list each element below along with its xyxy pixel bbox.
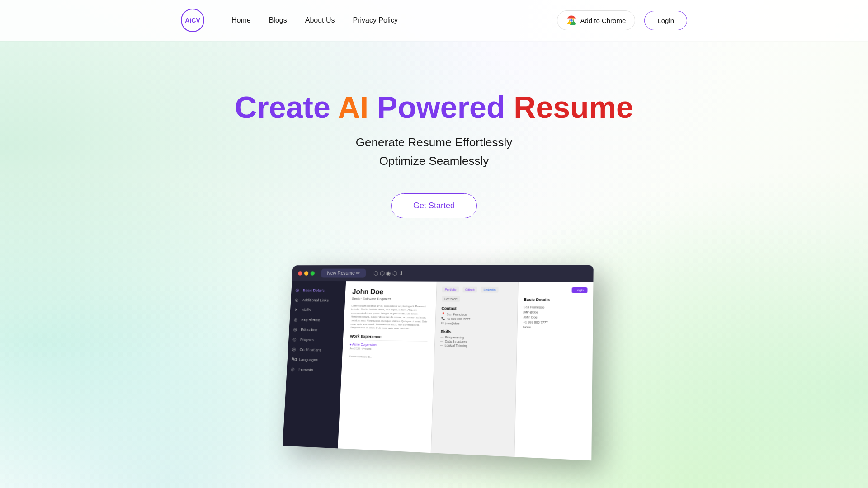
detail-other: None — [523, 325, 587, 329]
get-started-button[interactable]: Get Started — [391, 193, 477, 218]
app-sidebar: ◎ Basic Details ◎ Additional Links ✕ Ski… — [283, 281, 346, 449]
sidebar-item-languages[interactable]: Aα Languages — [287, 354, 342, 366]
certifications-icon: ◎ — [292, 347, 297, 352]
nav-item-privacy[interactable]: Privacy Policy — [353, 16, 398, 24]
sidebar-item-experience[interactable]: ◎ Experience — [289, 314, 344, 325]
hero-section: Create AI Powered Resume Generate Resume… — [0, 41, 868, 452]
contact-title: Contact — [441, 306, 512, 311]
right-panel-login-btn[interactable]: Login — [571, 287, 587, 293]
nav-link-home[interactable]: Home — [231, 16, 251, 24]
hero-subtitle-line2: Optimize Seamlessly — [356, 152, 512, 171]
logo-text: AiCV — [185, 17, 200, 24]
sidebar-item-education[interactable]: ◎ Education — [289, 324, 344, 335]
email-text: john@doe — [445, 322, 459, 325]
login-label: Login — [657, 17, 674, 24]
chrome-icon — [566, 15, 576, 25]
login-button[interactable]: Login — [644, 11, 687, 30]
skill-label-1: Programming — [445, 336, 464, 339]
add-to-chrome-button[interactable]: Add to Chrome — [557, 10, 635, 30]
leetcode-link: Leetcode — [442, 296, 460, 302]
sidebar-item-certifications[interactable]: ◎ Certifications — [288, 344, 343, 356]
sidebar-item-additional-links[interactable]: ◎ Additional Links — [291, 295, 345, 305]
portfolio-links: Portfolio Github LinkedIn Leetcode — [442, 286, 512, 302]
portfolio-link: Portfolio — [442, 286, 459, 292]
hero-title-resume: Resume — [514, 90, 633, 124]
languages-icon: Aα — [292, 357, 297, 362]
dot-yellow — [304, 271, 309, 275]
linkedin-link: LinkedIn — [481, 287, 499, 293]
hero-subtitle: Generate Resume Effortlessly Optimize Se… — [356, 133, 512, 171]
company-name: Acme Corporation — [352, 343, 377, 346]
experience-icon: ◎ — [294, 317, 299, 322]
nav-item-blogs[interactable]: Blogs — [269, 16, 287, 24]
dot-green — [310, 271, 315, 275]
github-link: Github — [462, 287, 477, 293]
nav-link-privacy[interactable]: Privacy Policy — [353, 16, 398, 24]
navbar: AiCV Home Blogs About Us Privacy Policy — [0, 0, 868, 41]
projects-icon: ◎ — [292, 337, 298, 342]
sidebar-item-skills[interactable]: ✕ Skills — [290, 305, 345, 315]
app-body: ◎ Basic Details ◎ Additional Links ✕ Ski… — [283, 281, 593, 460]
contact-section: Contact 📍 San Francisco 📞 +1 999 000 777… — [441, 306, 512, 326]
skill-bullet-2: — — [440, 339, 443, 343]
detail-city: San Francisco — [524, 305, 587, 309]
skill-1: — Programming — [440, 336, 511, 340]
edit-icon: ✏ — [356, 270, 360, 275]
sidebar-item-projects-label: Projects — [300, 337, 314, 342]
titlebar-dots — [298, 271, 315, 275]
sidebar-item-basic-details-label: Basic Details — [303, 288, 325, 292]
titlebar-tab-label: New Resume — [327, 270, 355, 275]
work-experience-title: Work Experience — [350, 334, 428, 342]
dot-red — [298, 271, 302, 275]
logo-circle: AiCV — [181, 9, 204, 32]
sidebar-item-projects[interactable]: ◎ Projects — [288, 334, 344, 345]
add-to-chrome-label: Add to Chrome — [580, 17, 626, 24]
contact-email: ✉ john@doe — [441, 321, 511, 326]
resume-body-text: Lorem ipsum dolor sit amet, consectetur … — [350, 304, 429, 331]
sidebar-item-skills-label: Skills — [302, 308, 311, 312]
app-titlebar: New Resume ✏ ⬡ ⬡ ◉ ⬡ ⬇ — [292, 265, 594, 282]
sidebar-item-interests-label: Interests — [298, 367, 313, 372]
nav-links: Home Blogs About Us Privacy Policy — [231, 16, 398, 24]
email-icon: ✉ — [441, 321, 443, 325]
logo[interactable]: AiCV — [181, 9, 204, 32]
nav-item-about[interactable]: About Us — [305, 16, 335, 24]
sidebar-item-basic-details[interactable]: ◎ Basic Details — [291, 285, 346, 295]
skills-title: Skills — [441, 329, 511, 335]
interests-icon: ◎ — [291, 367, 297, 372]
additional-links-icon: ◎ — [295, 297, 300, 302]
nav-link-about[interactable]: About Us — [305, 16, 335, 24]
resume-panel: John Doe Senior Software Engineer Lorem … — [338, 281, 437, 453]
navbar-left: AiCV Home Blogs About Us Privacy Policy — [181, 9, 398, 32]
skill-3: — Logical Thinking — [440, 343, 511, 348]
navbar-right: Add to Chrome Login — [557, 10, 687, 30]
sidebar-item-interests[interactable]: ◎ Interests — [287, 364, 342, 376]
contact-location: 📍 San Francisco — [441, 312, 512, 317]
sidebar-item-additional-links-label: Additional Links — [302, 298, 329, 302]
resume-name: John Doe — [352, 288, 429, 296]
nav-item-home[interactable]: Home — [231, 16, 251, 24]
skill-label-3: Logical Thinking — [445, 344, 468, 347]
sidebar-item-certifications-label: Certifications — [300, 347, 322, 352]
svg-point-2 — [571, 19, 573, 22]
hero-title: Create AI Powered Resume — [235, 90, 633, 124]
hero-subtitle-line1: Generate Resume Effortlessly — [356, 133, 512, 152]
skill-bullet-1: — — [440, 336, 443, 339]
toolbar-icons: ⬡ ⬡ ◉ ⬡ ⬇ — [373, 270, 404, 276]
skill-bullet-3: — — [440, 343, 443, 347]
app-screenshot: New Resume ✏ ⬡ ⬡ ◉ ⬡ ⬇ ◎ Basic Details ◎… — [283, 265, 594, 460]
titlebar-tab: New Resume ✏ — [321, 269, 366, 278]
nav-link-blogs[interactable]: Blogs — [269, 16, 287, 24]
skill-label-2: Data Structures — [445, 340, 467, 343]
contact-phone: 📞 +1 999 000 7777 — [441, 317, 512, 321]
right-panel-header: Login — [524, 287, 588, 293]
detail-phone: +1 999 000 7777 — [523, 320, 587, 324]
right-info-panel: Login Basic Details San Francisco john@d… — [514, 282, 593, 460]
company-role: Senior Software E... — [349, 355, 427, 360]
sidebar-item-experience-label: Experience — [301, 318, 320, 322]
basic-details-icon: ◎ — [295, 288, 300, 292]
skills-section: Skills — Programming — Data Structures — [440, 329, 511, 348]
get-started-label: Get Started — [413, 201, 455, 210]
app-main: John Doe Senior Software Engineer Lorem … — [338, 281, 593, 460]
company-period: Jan 2022 - Present — [349, 347, 427, 352]
